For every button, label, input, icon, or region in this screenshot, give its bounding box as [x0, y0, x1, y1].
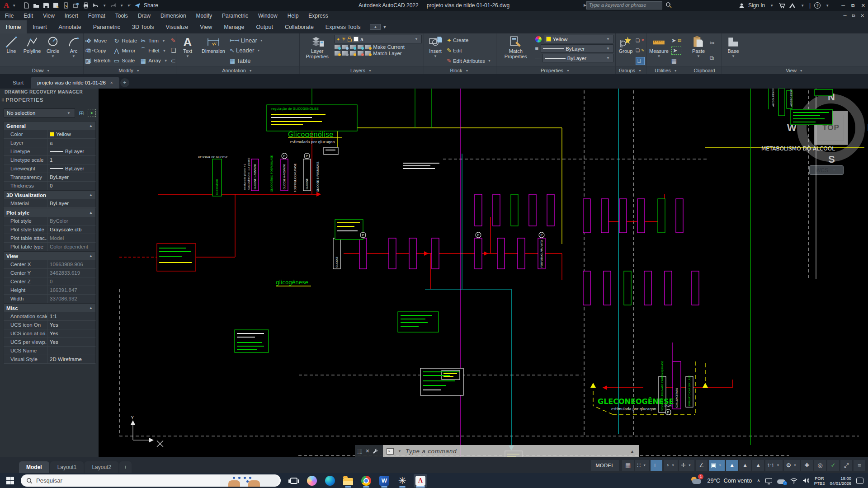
palette-grip-icon[interactable]: ⣿: [1, 98, 4, 102]
fillet-button[interactable]: ⌒Fillet▼: [140, 46, 169, 56]
drawing-label[interactable]: Y: [131, 416, 134, 420]
stretch-button[interactable]: ⇲Stretch: [85, 56, 110, 66]
ribbon-tab-3d-tools[interactable]: 3D Tools: [126, 20, 160, 33]
ribbon-tab-visualize[interactable]: Visualize: [160, 20, 194, 33]
drawing-label[interactable]: GLICOGÊNIO FOSFORILASE: [270, 155, 273, 192]
layer-select[interactable]: ● ☀ a ▼: [335, 35, 422, 43]
drawing-label[interactable]: ÁLCOOL DESIDROG.: [772, 89, 774, 107]
drawing-label[interactable]: [ADP]: [665, 404, 672, 407]
drawing-label[interactable]: RESERVA DE GLICOSE: [198, 155, 228, 159]
drawing-box[interactable]: [637, 199, 645, 233]
status-annotation-scale-flag[interactable]: ▲: [752, 460, 764, 471]
groups-panel-label[interactable]: Groups▼: [616, 66, 646, 74]
hidden-icons-chevron-icon[interactable]: ∧: [757, 478, 760, 483]
drawing-box[interactable]: [529, 194, 536, 226]
property-value[interactable]: 0: [47, 182, 95, 190]
status-grid-display[interactable]: ▦: [622, 460, 634, 471]
redo-button[interactable]: [108, 1, 118, 10]
status-ortho-mode[interactable]: ∟: [651, 460, 662, 471]
drawing-box[interactable]: [619, 199, 627, 233]
command-bar-wrench-icon[interactable]: [373, 448, 378, 454]
taskbar-search[interactable]: Pesquisar: [21, 474, 281, 487]
minimize-button[interactable]: ─: [841, 3, 845, 9]
paste-button[interactable]: Paste▼: [689, 35, 708, 66]
drawing-box[interactable]: [583, 271, 590, 305]
clipboard-panel-label[interactable]: Clipboard: [687, 66, 722, 74]
drawing-arrowhead[interactable]: [590, 383, 596, 388]
drawing-box[interactable]: [815, 89, 833, 96]
make-current-button[interactable]: Make Current: [373, 44, 405, 50]
ribbon-tab-manage[interactable]: Manage: [218, 20, 250, 33]
property-value[interactable]: ByLayer: [47, 164, 95, 173]
phosphate-p[interactable]: P: [477, 234, 480, 237]
tiny-text-line[interactable]: [443, 373, 457, 374]
property-value[interactable]: 1: [47, 156, 95, 164]
linetype-select[interactable]: ByLayer▼: [542, 54, 613, 62]
cast-icon[interactable]: [765, 478, 772, 483]
property-value[interactable]: [47, 347, 95, 355]
layout1-tab[interactable]: Layout1: [50, 461, 84, 473]
drawing-label[interactable]: resíduos de glicose n-1: [243, 164, 246, 190]
redo-caret-icon[interactable]: ▼: [120, 4, 123, 8]
layer-properties-button[interactable]: Layer Properties: [302, 35, 333, 66]
tiny-text-line[interactable]: [237, 346, 264, 347]
menu-help[interactable]: Help: [283, 11, 304, 20]
property-value[interactable]: Yes: [47, 338, 95, 346]
layer-off-icon[interactable]: [335, 45, 340, 49]
doc-minimize-button[interactable]: ─: [843, 13, 846, 19]
property-value[interactable]: 0: [47, 277, 95, 286]
tiny-text-line[interactable]: [423, 380, 455, 381]
status-polar-tracking[interactable]: ◔▼: [664, 460, 678, 471]
new-file-button[interactable]: [22, 1, 31, 10]
trim-button[interactable]: ✂Trim▼: [140, 36, 169, 46]
match-layer-button[interactable]: Match Layer: [373, 51, 401, 56]
drawing-arrowhead[interactable]: [484, 251, 488, 256]
tiny-text-line[interactable]: [401, 319, 425, 319]
drawing-box[interactable]: [409, 238, 416, 269]
layers-panel-label[interactable]: Layers▼: [300, 66, 424, 74]
text-button[interactable]: AText▼: [178, 35, 197, 66]
share-button[interactable]: Share: [144, 2, 158, 9]
ribbon-tab-view[interactable]: View: [194, 20, 218, 33]
property-value[interactable]: 3462833.619: [47, 269, 95, 277]
property-value[interactable]: 166391.847: [47, 286, 95, 294]
metabolite-label[interactable]: GLICOGÊNIO: [215, 178, 218, 195]
app-chrome[interactable]: [359, 474, 373, 488]
layer-previous-icon[interactable]: [358, 51, 363, 56]
toggle-pickadd-icon[interactable]: ⊞: [77, 109, 85, 117]
tiny-text-line[interactable]: [337, 222, 360, 223]
layer-freeze-icon[interactable]: [350, 45, 356, 49]
quick-select-icon[interactable]: ➤▤: [671, 36, 681, 44]
new-layout-button[interactable]: +: [119, 461, 132, 473]
weather-temp[interactable]: 29°C Com vento: [707, 477, 752, 484]
layer-unisolate-icon[interactable]: [335, 51, 340, 56]
menu-modify[interactable]: Modify: [191, 11, 217, 20]
menu-tools[interactable]: Tools: [110, 11, 133, 20]
edit-block-button[interactable]: ✎Edit: [447, 47, 462, 55]
sign-in-caret-icon[interactable]: ▼: [770, 4, 774, 8]
metabolite-label[interactable]: OXALOACETATO: [675, 388, 678, 408]
drawing-box[interactable]: [624, 271, 631, 305]
status-status-menu[interactable]: ≡: [854, 460, 865, 471]
drawing-arrowhead[interactable]: [703, 383, 708, 388]
tiny-text-line[interactable]: [401, 326, 419, 327]
property-value[interactable]: Color dependent: [47, 243, 95, 251]
app-copilot[interactable]: [305, 474, 319, 488]
autodesk-logo-icon[interactable]: [789, 3, 796, 8]
utilities-panel-label[interactable]: Utilities▼: [646, 66, 687, 74]
drawing-label[interactable]: METABOLISMO DO ÁLCOOL: [761, 145, 835, 152]
drawing-box[interactable]: [389, 238, 396, 269]
layer-thaw-icon[interactable]: [342, 51, 348, 56]
group-edit-icon[interactable]: ❏✎: [636, 47, 645, 55]
file-tab-current-drawing[interactable]: projeto vias de nilde 01-01-26×: [31, 77, 119, 89]
doc-close-button[interactable]: ✕: [861, 13, 864, 19]
command-history-caret-icon[interactable]: ▼: [398, 449, 401, 453]
ribbon-tab-collaborate[interactable]: Collaborate: [279, 20, 320, 33]
app-edge[interactable]: [323, 474, 337, 488]
onedrive-icon[interactable]: [777, 479, 785, 484]
property-value[interactable]: 1:1: [47, 312, 95, 320]
property-value[interactable]: Yellow: [47, 130, 95, 138]
drawing-box[interactable]: [398, 312, 439, 332]
drawing-label[interactable]: ALDEÍDO DESIDROG.: [790, 89, 793, 107]
status-isometric-drafting[interactable]: ✛▼: [679, 460, 694, 471]
